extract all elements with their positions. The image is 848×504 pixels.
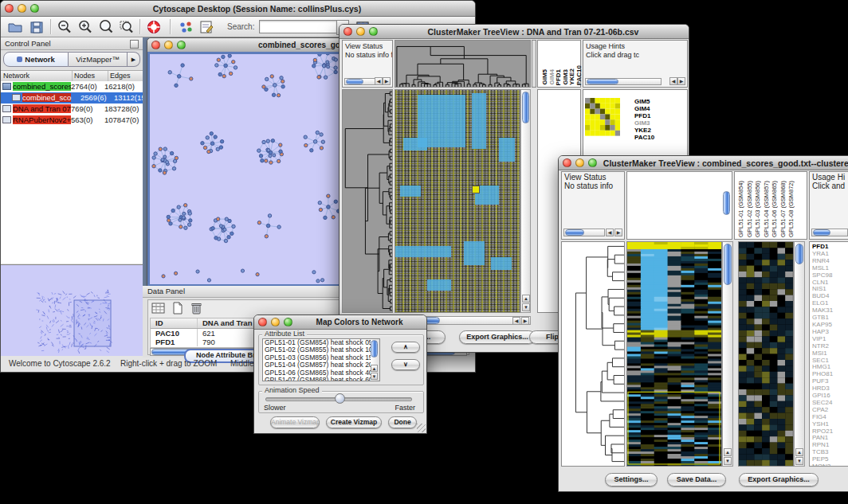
done-button[interactable]: Done — [388, 416, 417, 428]
scroll-down-arrow[interactable]: ▼ — [795, 457, 803, 465]
treeview2-row-labels[interactable]: PFD1YRA1RNR4MSL1SPC98CLN1NIS1BUD4ELG1MAK… — [809, 241, 848, 467]
column-label[interactable]: GPL51-07 (GSM868) — [779, 181, 787, 237]
treeview2-zoom-heatmap[interactable] — [738, 241, 794, 467]
zoom-in-icon[interactable] — [77, 19, 93, 35]
move-down-button[interactable]: ∨ — [391, 359, 420, 370]
scrollbar-thumb[interactable] — [587, 79, 618, 84]
scroll-right-arrow[interactable]: ▶ — [677, 77, 685, 85]
zoom-fit-icon[interactable] — [98, 19, 114, 35]
zoom-selected-icon[interactable] — [119, 19, 135, 35]
treeview2-vscrollbar[interactable]: ▲ ▼ — [722, 241, 733, 467]
birdseye-view[interactable] — [1, 264, 143, 356]
scroll-left-arrow[interactable]: ◀ — [606, 229, 614, 236]
minimize-button[interactable] — [164, 41, 173, 49]
column-label[interactable]: GPL51-06 (GSM865) — [771, 181, 778, 237]
export-graphics-button[interactable]: Export Graphics... — [459, 330, 536, 344]
zoom-window-button[interactable] — [588, 158, 597, 167]
scroll-left-arrow[interactable]: ◀ — [512, 317, 520, 325]
treeview2-titlebar[interactable]: ClusterMaker TreeView : combined_scores_… — [559, 156, 848, 170]
save-icon[interactable] — [29, 19, 45, 35]
gene-label[interactable]: MON2 — [812, 463, 848, 467]
column-header[interactable]: Edges — [108, 71, 143, 81]
close-button[interactable] — [151, 41, 160, 49]
column-header[interactable]: Network — [1, 71, 73, 81]
scrollbar-thumb[interactable] — [522, 92, 529, 123]
scroll-up-arrow[interactable]: ▲ — [371, 365, 378, 372]
scroll-up-arrow[interactable]: ▲ — [522, 295, 530, 303]
network-list-row[interactable]: combined_sco2569(6)13112(15) — [1, 92, 143, 104]
annotation-icon[interactable] — [198, 19, 214, 35]
treeview1-global-heatmap[interactable] — [395, 89, 520, 313]
column-label[interactable]: GPL51-02 (GSM855) — [746, 181, 753, 237]
column-header[interactable]: Nodes — [73, 71, 108, 81]
minimize-button[interactable] — [575, 158, 584, 167]
column-label[interactable]: GPL51-04 (GSM857) — [763, 181, 770, 237]
column-label[interactable]: GPL51-01 (GSM854) — [737, 181, 744, 237]
settings-button[interactable]: Settings... — [605, 473, 658, 486]
column-label[interactable]: GPL51-08 (GSM872) — [787, 181, 795, 237]
scrollbar-thumb[interactable] — [371, 340, 378, 357]
export-graphics-button[interactable]: Export Graphics... — [739, 473, 819, 486]
trash-icon[interactable] — [190, 302, 206, 318]
scrollbar-thumb[interactable] — [346, 79, 363, 84]
table-icon[interactable] — [151, 302, 167, 318]
zoom-window-button[interactable] — [284, 318, 292, 326]
row-label[interactable]: PAC10 — [634, 134, 654, 141]
resize-grip[interactable] — [417, 424, 426, 432]
save-data-button[interactable]: Save Data... — [667, 473, 726, 486]
scrollbar-thumb[interactable] — [724, 244, 732, 285]
minimize-button[interactable] — [271, 318, 280, 326]
usage-hints-scrollbar[interactable] — [811, 229, 848, 236]
attribute-list[interactable]: GPL51-01 (GSM854) heat shock 05 minGPL51… — [262, 338, 380, 381]
attribute-item[interactable]: GPL51-07 (GSM868) heat shock 60 min — [263, 377, 379, 381]
scroll-right-arrow[interactable]: ▶ — [383, 77, 391, 85]
zoom-out-icon[interactable] — [57, 19, 73, 35]
new-document-icon[interactable] — [171, 302, 186, 318]
treeview1-row-dendrogram[interactable] — [342, 89, 393, 313]
scroll-right-arrow[interactable]: ▶ — [614, 229, 622, 236]
open-file-icon[interactable] — [7, 19, 23, 35]
scrollbar-thumb[interactable] — [565, 229, 584, 236]
column-header[interactable]: ID — [151, 318, 198, 328]
scroll-up-arrow[interactable]: ▲ — [724, 448, 732, 456]
main-titlebar[interactable]: Cytoscape Desktop (Session Name: collins… — [1, 1, 475, 17]
scroll-up-arrow[interactable]: ▲ — [795, 448, 803, 456]
minimize-button[interactable] — [18, 4, 26, 13]
treeview2-column-dendrogram[interactable] — [626, 171, 732, 240]
treeview1-column-labels[interactable]: GIM5GIM4PFD1GIM3YKE2PAC10 — [537, 40, 581, 88]
tab-vizmapper[interactable]: VizMapper™ — [69, 52, 128, 67]
vizmap-icon[interactable] — [178, 19, 194, 35]
close-button[interactable] — [5, 4, 14, 13]
close-button[interactable] — [563, 158, 571, 167]
scroll-left-arrow[interactable]: ◀ — [375, 77, 383, 85]
tab-overflow-button[interactable]: ▶ — [128, 52, 140, 67]
scroll-left-arrow[interactable]: ◀ — [669, 77, 677, 85]
close-button[interactable] — [344, 27, 352, 36]
scrollbar-thumb[interactable] — [795, 244, 803, 264]
dendrogram-splitter[interactable] — [532, 40, 536, 88]
animation-speed-slider[interactable] — [265, 397, 412, 401]
row-label[interactable]: GIM3 — [634, 119, 654, 127]
help-icon[interactable] — [146, 19, 162, 35]
treeview1-column-dendrogram[interactable] — [395, 40, 531, 88]
move-up-button[interactable]: ∧ — [391, 342, 420, 353]
tab-network[interactable]: Network — [3, 52, 69, 67]
treeview2-zoom-vscrollbar[interactable]: ▲ ▼ — [794, 241, 805, 467]
treeview1-row-labels[interactable]: GIM5GIM4PFD1GIM3YKE2PAC10 — [634, 98, 654, 141]
row-label[interactable]: GIM5 — [634, 98, 654, 105]
float-panel-icon[interactable] — [130, 40, 139, 49]
scroll-down-arrow[interactable]: ▼ — [371, 373, 378, 380]
row-label[interactable]: PFD1 — [634, 112, 654, 119]
treeview1-vscrollbar[interactable]: ▲ ▼ — [520, 89, 531, 313]
attribute-list-scrollbar[interactable]: ▲ ▼ — [371, 339, 379, 381]
column-label[interactable]: YKE2 — [568, 68, 575, 85]
search-input[interactable] — [259, 20, 337, 33]
column-label[interactable]: GPL51-03 (GSM856) — [754, 181, 761, 237]
minimize-button[interactable] — [356, 27, 365, 36]
column-label[interactable]: GIM5 — [541, 69, 548, 85]
scroll-down-arrow[interactable]: ▼ — [724, 457, 732, 465]
row-label[interactable]: YKE2 — [634, 127, 654, 134]
column-label[interactable]: PAC10 — [575, 65, 583, 85]
scrollbar-thumb[interactable] — [813, 229, 830, 236]
view-status-scrollbar[interactable] — [563, 229, 605, 236]
